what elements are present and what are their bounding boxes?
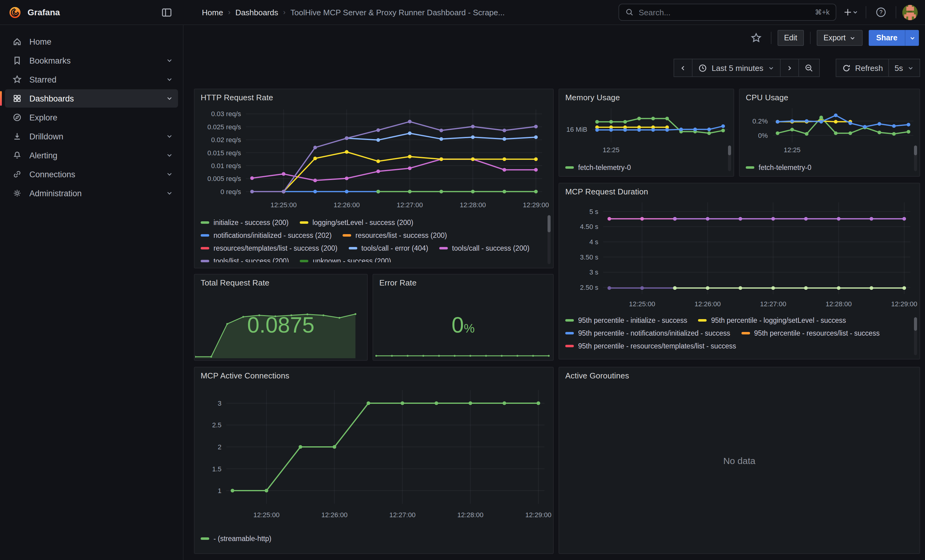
svg-text:12:25: 12:25 [784,146,800,154]
legend-swatch-icon [698,319,707,321]
sidebar-item-connections[interactable]: Connections [5,165,178,183]
time-range-picker[interactable]: Last 5 minutes [693,59,780,77]
legend-scrollbar[interactable] [914,146,917,171]
sidebar-item-drilldown[interactable]: Drilldown [5,127,178,146]
panel-mcp-request-duration[interactable]: MCP Request Duration 12:25:0012:26:0012:… [559,183,920,359]
legend-item[interactable]: tools/call - success (200) [439,243,529,253]
divider [810,32,811,44]
legend-item[interactable]: logging/setLevel - success (200) [300,217,413,227]
legend-item[interactable]: fetch-telemetry-0 [746,162,812,173]
legend-swatch-icon [201,537,209,539]
legend-item[interactable]: 95th percentile - initialize - success [565,315,687,325]
share-menu-chevron[interactable] [905,30,919,46]
legend-scrollbar[interactable] [548,215,551,264]
legend-item[interactable]: fetch-telemetry-0 [565,162,631,173]
sidebar-item-bookmarks[interactable]: Bookmarks [5,51,178,70]
breadcrumb-dashboards[interactable]: Dashboards [235,8,278,17]
refresh-button[interactable]: Refresh [835,59,889,77]
panel-http-request-rate[interactable]: HTTP Request Rate 12:25:0012:26:0012:27:… [194,89,554,269]
http-legend: initialize - success (200)logging/setLev… [194,217,543,262]
legend-swatch-icon [300,260,309,262]
panel-memory-usage[interactable]: Memory Usage 12:2516 MiB fetch-telemetry… [559,89,734,177]
legend-swatch-icon [343,234,351,236]
panel-total-request-rate[interactable]: Total Request Rate 0.0875 [194,274,368,361]
connections-legend: - (streamable-http) [194,531,543,549]
duration-legend: 95th percentile - initialize - success95… [559,315,911,356]
help-icon[interactable]: ? [872,4,889,21]
legend-item[interactable]: unknown - success (200) [300,255,391,262]
user-avatar[interactable] [902,5,917,20]
legend-swatch-icon [201,221,209,224]
sidebar-item-home[interactable]: Home [5,32,178,51]
brand: Grafana [0,4,184,21]
legend-swatch-icon [565,332,574,334]
http-request-rate-chart: 12:25:0012:26:0012:27:0012:28:0012:29:00… [194,103,553,217]
export-button[interactable]: Export [817,30,863,46]
legend-scrollbar[interactable] [728,146,731,171]
edit-button[interactable]: Edit [777,30,804,46]
sidebar-item-explore[interactable]: Explore [5,108,178,126]
breadcrumb: Home › Dashboards › ToolHive MCP Server … [184,8,505,17]
svg-text:3: 3 [218,399,221,407]
sidebar-item-label: Dashboards [29,94,74,103]
legend-item[interactable]: - (streamable-http) [201,533,271,543]
sidebar-item-administration[interactable]: Administration [5,184,178,203]
svg-text:12:25:00: 12:25:00 [629,300,655,308]
legend-item[interactable]: notifications/initialized - success (202… [201,230,331,240]
sidebar-item-starred[interactable]: Starred [5,70,178,89]
legend-item[interactable]: 95th percentile - resources/list - succe… [741,328,880,338]
legend-item[interactable]: resources/templates/list - success (200) [201,243,337,253]
panel-error-rate[interactable]: Error Rate 0% [372,274,554,361]
svg-text:1.5: 1.5 [212,465,221,473]
panel-active-goroutines[interactable]: Active Goroutines No data [559,367,920,554]
svg-text:0.005 req/s: 0.005 req/s [207,175,241,183]
link-icon [12,169,22,179]
chevron-down-icon[interactable] [166,57,173,64]
grafana-logo-icon[interactable] [9,6,21,19]
panel-cpu-usage[interactable]: CPU Usage 12:250.2%0% fetch-telemetry-0 [739,89,920,177]
chevron-down-icon[interactable] [166,171,173,178]
sidebar-toggle-icon[interactable] [158,4,175,21]
total-request-rate-value: 0.0875 [194,312,367,338]
cpu-legend: fetch-telemetry-0 [740,162,905,174]
chevron-down-icon[interactable] [166,95,173,102]
legend-scrollbar[interactable] [914,317,917,355]
time-shift-forward-button[interactable] [780,59,798,77]
svg-text:12:26:00: 12:26:00 [334,201,360,209]
zoom-out-button[interactable] [798,59,820,77]
legend-item[interactable]: initialize - success (200) [201,217,288,227]
panel-title: MCP Request Duration [559,183,919,197]
favorite-star-icon[interactable] [747,29,764,47]
legend-label: 95th percentile - initialize - success [578,316,687,324]
legend-label: 95th percentile - logging/setLevel - suc… [711,316,846,324]
chevron-down-icon[interactable] [166,152,173,159]
legend-item[interactable]: tools/call - error (404) [348,243,428,253]
legend-item[interactable]: tools/list - success (200) [201,255,289,262]
dashboard-canvas: HTTP Request Rate 12:25:0012:26:0012:27:… [184,78,925,560]
svg-text:12:26:00: 12:26:00 [321,511,348,519]
export-label: Export [823,34,845,42]
svg-text:12:27:00: 12:27:00 [389,511,416,519]
search-input[interactable]: Search... ⌘+k [619,4,836,21]
time-shift-back-button[interactable] [673,59,693,77]
breadcrumb-separator: › [283,8,286,17]
panel-title: Error Rate [373,275,553,288]
panel-mcp-active-connections[interactable]: MCP Active Connections 12:25:0012:26:001… [194,367,554,554]
legend-label: fetch-telemetry-0 [759,164,812,171]
legend-item[interactable]: 95th percentile - logging/setLevel - suc… [698,315,846,325]
legend-item[interactable]: 95th percentile - resources/templates/li… [565,341,736,351]
svg-text:12:28:00: 12:28:00 [826,300,852,308]
refresh-interval-picker[interactable]: 5s [889,59,920,77]
legend-item[interactable]: resources/list - success (200) [343,230,447,240]
add-button[interactable] [842,4,860,21]
sidebar-item-alerting[interactable]: Alerting [5,146,178,164]
compass-icon [12,113,22,122]
share-button[interactable]: Share [869,30,905,46]
chevron-down-icon[interactable] [166,133,173,140]
svg-text:?: ? [880,9,883,15]
legend-item[interactable]: 95th percentile - notifications/initiali… [565,328,730,338]
chevron-down-icon[interactable] [166,189,173,197]
breadcrumb-home[interactable]: Home [202,8,223,17]
sidebar-item-dashboards[interactable]: Dashboards [5,89,178,108]
chevron-down-icon[interactable] [166,76,173,83]
